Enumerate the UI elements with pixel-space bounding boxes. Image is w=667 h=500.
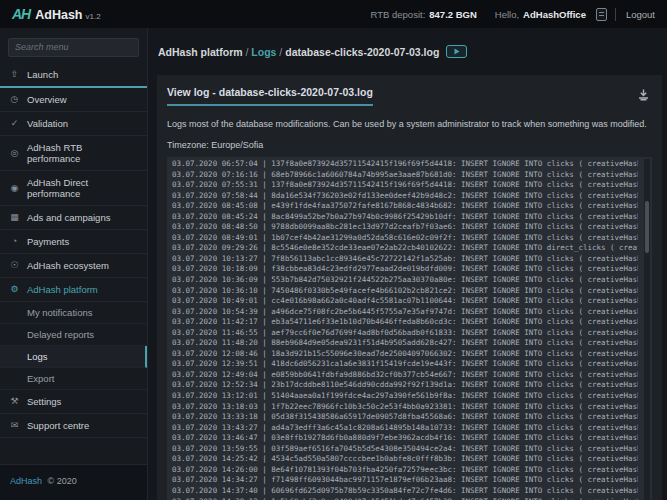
sidebar-item[interactable]: ⚒ Settings (0, 390, 147, 414)
log-timestamp: 03.07.2020 07:55:31 (172, 180, 258, 189)
log-timestamp: 03.07.2020 13:46:47 (172, 433, 258, 442)
user-greeting: Hello, AdHashOffice (495, 9, 586, 20)
overview-icon: ◷ (9, 94, 20, 104)
sidebar-item[interactable]: Delayed reports (0, 324, 147, 346)
log-timestamp: 03.07.2020 14:25:42 (172, 454, 258, 463)
log-statement: INSERT IGNORE INTO clicks ( creativeHash… (461, 475, 638, 484)
log-pipe-separator: | (258, 233, 272, 242)
logo-text: AdHash (35, 8, 82, 22)
sidebar-item[interactable]: Export (0, 368, 147, 390)
log-pipe-separator: | (258, 317, 272, 326)
log-statement: INSERT IGNORE INTO clicks ( creativeHash… (461, 317, 638, 326)
log-pipe-separator: | (258, 412, 272, 421)
log-hash: 553b7b842d75032921f244522b275aa30370a80e (271, 275, 452, 284)
log-scrollbar-track[interactable] (644, 159, 650, 500)
download-log-button[interactable] (635, 86, 652, 106)
app-version: v1.2 (85, 12, 100, 21)
log-hash: 8e64f10781393f04b703fba4250fa72579eec3bc (271, 465, 452, 474)
log-row: 03.07.2020 13:59:55 | 03f589aef6516fa704… (172, 444, 638, 455)
log-colon-separator: : (452, 275, 461, 284)
play-icon (454, 48, 460, 55)
sidebar-item[interactable]: ◎ AdHash RTB performance (0, 136, 147, 171)
search-input[interactable] (8, 38, 139, 57)
log-pipe-separator: | (258, 444, 272, 453)
log-timestamp: 03.07.2020 08:49:01 (172, 233, 258, 242)
log-colon-separator: : (452, 454, 461, 463)
sidebar-item[interactable]: Logs (0, 346, 147, 368)
sidebar-item-label: Support centre (27, 420, 89, 431)
sidebar-item[interactable]: ▦ Ads and campaigns (0, 206, 147, 230)
footer-brand-link[interactable]: AdHash (10, 476, 42, 486)
log-statement: INSERT IGNORE INTO clicks ( creativeHash… (461, 370, 638, 379)
log-timestamp: 03.07.2020 10:54:39 (172, 307, 258, 316)
log-pipe-separator: | (258, 275, 272, 284)
log-colon-separator: : (452, 201, 461, 210)
log-statement: INSERT IGNORE INTO clicks ( creativeHash… (461, 486, 638, 495)
log-scrollbar-thumb[interactable] (645, 201, 649, 253)
log-colon-separator: : (452, 380, 461, 389)
sidebar-item-label: Launch (27, 69, 58, 80)
log-row: 03.07.2020 13:46:47 | 03e8ffb19278d6fb0a… (172, 433, 638, 444)
sidebar-item[interactable]: ◷ Overview (0, 88, 147, 112)
logout-button[interactable]: Logout (626, 9, 655, 20)
log-row: 03.07.2020 10:36:09 | 553b7b842d75032921… (172, 275, 638, 286)
log-hash: 23b17dcddbe8110e546dd90cdda992f92f139d1a (271, 380, 452, 389)
log-statement: INSERT IGNORE INTO clicks ( creativeHash… (461, 254, 638, 263)
log-hash: 9788db0099aa8bc281ec13d977d2ceafb7f03ae6 (271, 222, 452, 231)
log-pipe-separator: | (258, 423, 272, 432)
sidebar-item-label: AdHash RTB performance (27, 142, 138, 164)
topbar-divider (615, 8, 616, 21)
sidebar-item[interactable]: ✉ Support centre (0, 414, 147, 438)
breadcrumb-parent[interactable]: AdHash platform (158, 46, 243, 58)
sidebar-item[interactable]: ◉ AdHash Direct performance (0, 171, 147, 206)
log-hash: 1b07cef4b42ae31299a0d52da58c616e02c09f2f (271, 233, 452, 242)
log-colon-separator: : (452, 170, 461, 179)
sidebar-item[interactable]: ✓ Validation (0, 112, 147, 136)
sidebar-item-label: Delayed reports (27, 329, 94, 340)
log-timestamp: 03.07.2020 10:49:01 (172, 296, 258, 305)
sidebar-item-label: My notifications (27, 307, 92, 318)
adhash-logo[interactable]: AH AdHash v1.2 (12, 6, 101, 22)
breadcrumb-logs-link[interactable]: Logs (251, 46, 276, 58)
sidebar-item[interactable]: ☉ AdHash ecosystem (0, 254, 147, 278)
log-pipe-separator: | (258, 307, 272, 316)
log-pipe-separator: | (258, 296, 272, 305)
sidebar-item[interactable]: ⚙ AdHash platform (0, 278, 147, 302)
log-row: 03.07.2020 14:25:42 | 4534c5ad550a5807cc… (172, 454, 638, 465)
log-timestamp: 03.07.2020 12:52:34 (172, 380, 258, 389)
log-rows: 03.07.2020 06:57:04 | 137f8a0e873924d357… (172, 159, 638, 500)
ads-campaigns-icon: ▦ (9, 212, 20, 222)
log-statement: INSERT IGNORE INTO clicks ( creativeHash… (461, 307, 638, 316)
settings-icon: ⚒ (9, 396, 20, 406)
sidebar-item[interactable]: ◔ Payments (0, 230, 147, 254)
view-log-title: View log - database-clicks-2020-07-03.lo… (167, 86, 373, 106)
sidebar-item-label: Export (27, 373, 54, 384)
tutorial-play-button[interactable] (446, 45, 467, 58)
log-colon-separator: : (452, 486, 461, 495)
log-pipe-separator: | (258, 201, 272, 210)
log-viewer: 03.07.2020 06:57:04 | 137f8a0e873924d357… (167, 157, 652, 500)
log-hash: 8ac8499a52be7b0a27b974b0c9986f25429b10df (271, 212, 452, 221)
log-statement: INSERT IGNORE INTO clicks ( creativeHash… (461, 180, 638, 189)
log-statement: INSERT IGNORE INTO direct_clicks ( creat… (461, 243, 638, 252)
log-pipe-separator: | (258, 212, 272, 221)
log-hash: f71498ff6093044bac9971157e1879ef06b23aa8 (271, 475, 452, 484)
view-log-card: View log - database-clicks-2020-07-03.lo… (157, 75, 662, 500)
log-pipe-separator: | (258, 465, 272, 474)
log-timestamp: 03.07.2020 11:46:55 (172, 328, 258, 337)
sidebar-item[interactable]: ⇧ Launch (0, 63, 147, 88)
log-colon-separator: : (452, 191, 461, 200)
log-statement: INSERT IGNORE INTO clicks ( creativeHash… (461, 391, 638, 400)
log-row: 03.07.2020 08:49:01 | 1b07cef4b42ae31299… (172, 233, 638, 244)
log-pipe-separator: | (258, 170, 272, 179)
log-colon-separator: : (452, 307, 461, 316)
sidebar-item[interactable]: My notifications (0, 302, 147, 324)
log-statement: INSERT IGNORE INTO clicks ( creativeHash… (461, 275, 638, 284)
log-hash: a496dce75f08fc2be5b6445f5755a7e35af9747d (271, 307, 452, 316)
log-row: 03.07.2020 11:42:17 | eb3a54711e6f33e1b1… (172, 317, 638, 328)
clipboard-icon[interactable] (596, 8, 607, 21)
breadcrumb-current-file: database-clicks-2020-07-03.log (285, 46, 439, 58)
footer-copyright: © 2020 (48, 476, 77, 486)
log-statement: INSERT IGNORE INTO clicks ( creativeHash… (461, 328, 638, 337)
log-statement: INSERT IGNORE INTO clicks ( creativeHash… (461, 380, 638, 389)
